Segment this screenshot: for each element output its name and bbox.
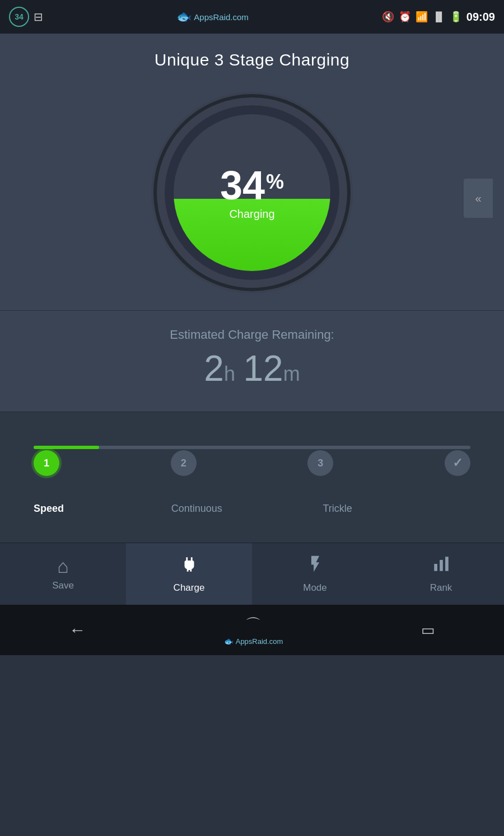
- collapse-button[interactable]: «: [464, 179, 493, 218]
- stage-section: 1 2 3 ✓ Speed Continuous Trickle: [0, 412, 504, 543]
- main-content: Unique 3 Stage Charging 34% Charging «: [0, 34, 504, 310]
- battery-circle-inner: 34% Charging: [174, 114, 330, 271]
- sys-recent-button[interactable]: ▭: [421, 622, 435, 639]
- stage-track: [34, 446, 470, 449]
- charge-icon: [180, 555, 199, 578]
- estimate-time: 2h 12m: [0, 348, 504, 389]
- battery-badge: 34: [9, 7, 29, 27]
- sys-home-button[interactable]: ⌒: [245, 614, 261, 636]
- rank-icon: [432, 554, 451, 578]
- estimate-hours-unit: h: [224, 362, 235, 385]
- nav-rank[interactable]: Rank: [378, 543, 504, 605]
- estimate-section: Estimated Charge Remaining: 2h 12m: [0, 310, 504, 412]
- sys-nav: ← ⌒ 🐟 AppsRaid.com ▭: [0, 605, 504, 655]
- status-bar-center: 🐟 AppsRaid.com: [176, 10, 249, 24]
- sys-nav-center: ⌒ 🐟 AppsRaid.com: [224, 614, 283, 646]
- svg-rect-0: [434, 564, 437, 571]
- svg-rect-1: [440, 560, 443, 571]
- collapse-icon: «: [475, 192, 481, 205]
- status-bar-right: 🔇 ⏰ 📶 ▐▌ 🔋 09:09: [382, 11, 495, 24]
- nav-mode-label: Mode: [303, 582, 327, 594]
- stage-node-2[interactable]: 2: [171, 450, 197, 476]
- notification-icon: ⊟: [34, 10, 43, 24]
- stage-nodes: 1 2 3 ✓: [34, 450, 470, 476]
- estimate-minutes: 12: [243, 348, 283, 389]
- status-bar-left: 34 ⊟: [9, 7, 43, 27]
- stage-node-check[interactable]: ✓: [445, 450, 470, 476]
- stage-node-1[interactable]: 1: [34, 450, 59, 476]
- estimate-minutes-unit: m: [283, 362, 300, 385]
- nav-save[interactable]: ⌂ Save: [0, 543, 126, 605]
- home-icon: ⌂: [57, 557, 69, 576]
- wifi-icon: 📶: [416, 11, 428, 23]
- bottom-nav: ⌂ Save Charge Mode Rank: [0, 543, 504, 605]
- stage-labels: Speed Continuous Trickle: [34, 503, 470, 515]
- battery-icon: 🔋: [450, 11, 462, 23]
- battery-section: 34% Charging «: [11, 86, 493, 310]
- battery-percent-display: 34%: [220, 165, 284, 206]
- nav-save-label: Save: [52, 580, 74, 591]
- status-time: 09:09: [466, 11, 495, 24]
- appsraid-logo: AppsRaid.com: [194, 12, 249, 22]
- alarm-icon: ⏰: [399, 11, 411, 23]
- estimate-label: Estimated Charge Remaining:: [0, 328, 504, 342]
- page-title: Unique 3 Stage Charging: [11, 50, 493, 69]
- battery-percent-value: 34: [220, 165, 265, 206]
- signal-icon: ▐▌: [432, 12, 445, 22]
- stage-label-trickle: Trickle: [315, 503, 360, 515]
- lightning-icon: [306, 554, 325, 578]
- estimate-hours: 2: [204, 348, 224, 389]
- sys-back-button[interactable]: ←: [69, 620, 86, 639]
- nav-mode[interactable]: Mode: [252, 543, 378, 605]
- mute-icon: 🔇: [382, 11, 394, 23]
- nav-charge-label: Charge: [174, 582, 205, 594]
- sys-watermark: AppsRaid.com: [236, 637, 283, 646]
- nav-rank-label: Rank: [430, 582, 452, 594]
- stage-label-empty: [445, 503, 470, 515]
- battery-percent-sign: %: [266, 172, 284, 192]
- stage-node-3[interactable]: 3: [307, 450, 333, 476]
- status-bar: 34 ⊟ 🐟 AppsRaid.com 🔇 ⏰ 📶 ▐▌ 🔋 09:09: [0, 0, 504, 34]
- battery-circle-outer: 34% Charging: [157, 97, 347, 288]
- nav-charge[interactable]: Charge: [126, 543, 252, 605]
- svg-rect-2: [445, 557, 449, 571]
- stage-slider[interactable]: 1 2 3 ✓: [34, 446, 470, 486]
- stage-track-fill: [34, 446, 99, 449]
- stage-label-continuous: Continuous: [163, 503, 230, 515]
- battery-status: Charging: [229, 208, 274, 221]
- stage-label-speed: Speed: [34, 503, 78, 515]
